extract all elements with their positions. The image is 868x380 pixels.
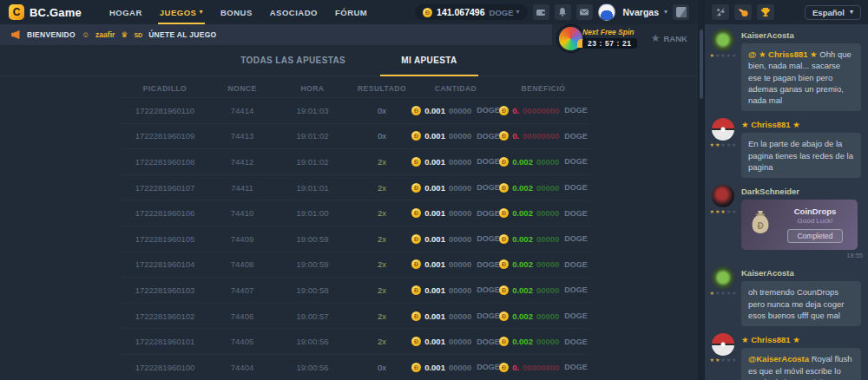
table-row[interactable]: 17222819601007440419:00:560xĐ0.00100000D…: [122, 354, 590, 380]
user-menu-caret-icon[interactable]: ▾: [664, 9, 667, 16]
mention-link[interactable]: @ ★ Chriss881 ★: [748, 49, 819, 59]
message-bubble[interactable]: @KaiserAcosta Royal flush es que el móvi…: [741, 348, 861, 380]
coindrops-completed-button[interactable]: Completed: [787, 229, 842, 243]
coin-rain-button[interactable]: [712, 4, 729, 20]
bc-game-logo-icon: C: [9, 4, 24, 20]
currency-label: DOGE: [564, 106, 588, 115]
tab-my-bets[interactable]: MI APUESTA: [396, 56, 463, 75]
message-bubble[interactable]: @ ★ Chriss881 ★ Ohh que bien, nada mal..…: [741, 43, 861, 111]
language-selector[interactable]: Español ▾: [805, 5, 861, 20]
table-row[interactable]: 17222819601017440519:00:562xĐ0.00100000D…: [122, 328, 590, 354]
value-trailing: 00000: [449, 311, 471, 321]
mention-link[interactable]: @KaiserAcosta: [748, 354, 812, 364]
fireball-button[interactable]: [734, 4, 752, 20]
doge-coin-icon: Đ: [499, 234, 509, 244]
nav-item-asociado[interactable]: ASOCIADO: [270, 0, 318, 24]
avatar[interactable]: [712, 333, 734, 356]
value-trailing: 00000: [449, 337, 471, 346]
wallet-button[interactable]: [533, 4, 549, 20]
tab-all-bets[interactable]: TODAS LAS APUESTAS: [235, 56, 351, 75]
announcement-bar[interactable]: BIENVENIDO ☺ zaafir ♛ SD ÚNETE AL JUEGO: [0, 24, 552, 45]
balance-currency: DOGE▾: [490, 8, 520, 17]
result-cell: 0x: [349, 131, 415, 141]
table-row[interactable]: 17222819601027440619:00:572xĐ0.00100000D…: [122, 303, 590, 329]
chat-toggle-button[interactable]: [673, 4, 689, 20]
nav-item-fórum[interactable]: FÓRUM: [335, 0, 367, 24]
value-trailing: 00000: [449, 363, 471, 372]
result-cell: 2x: [349, 259, 415, 269]
profit-cell: Đ0.00200000DOGE: [496, 285, 590, 295]
message-username[interactable]: DarkSchneider: [741, 187, 799, 196]
value-significant: 0.002: [512, 208, 533, 218]
level-star-icon: ★: [710, 291, 714, 296]
level-star-icon: ★: [710, 53, 714, 58]
value-significant: 0.002: [512, 337, 533, 346]
table-row[interactable]: 17222819601067441019:01:002xĐ0.00100000D…: [122, 200, 590, 226]
value-trailing: 00000: [536, 157, 559, 167]
bc-game-logo[interactable]: C BC.Game: [9, 4, 82, 20]
result-cell: 2x: [349, 311, 415, 321]
doge-coin-icon: Đ: [499, 337, 509, 346]
trophy-button[interactable]: [757, 4, 774, 20]
table-row[interactable]: 17222819601047440819:00:592xĐ0.00100000D…: [122, 252, 590, 278]
coindrops-card[interactable]: ĐCoinDropsGood Luck!Completed: [741, 200, 858, 250]
announcement-username: zaafir: [95, 30, 115, 39]
user-avatar[interactable]: [598, 3, 615, 21]
table-row[interactable]: 17222819601097441319:01:020xĐ0.00100000D…: [122, 123, 590, 149]
notifications-button[interactable]: [555, 4, 571, 20]
doge-coin-icon: Đ: [499, 106, 509, 115]
value-trailing: 00000: [449, 259, 471, 269]
nonce-cell: 74408: [208, 259, 276, 269]
message-username[interactable]: ★ Chriss881 ★: [741, 335, 800, 344]
value-trailing: 00000000: [523, 363, 559, 372]
table-row[interactable]: 17222819601077441119:01:012xĐ0.00100000D…: [122, 174, 590, 200]
value-significant: 0.: [512, 131, 519, 141]
user-name[interactable]: Nvargas: [623, 7, 659, 17]
profit-cell: Đ0.00200000DOGE: [496, 311, 590, 321]
coindrops-title: CoinDrops: [794, 206, 837, 216]
value-trailing: 00000: [536, 285, 559, 295]
nav-item-juegos[interactable]: JUEGOS▾: [160, 0, 203, 24]
message-username[interactable]: ★ Chriss881 ★: [741, 120, 800, 129]
level-star-icon: ★: [715, 209, 720, 214]
message-username[interactable]: KaiserAcosta: [741, 268, 794, 278]
amount-cell: Đ0.00100000DOGE: [415, 234, 496, 244]
avatar[interactable]: [712, 266, 734, 289]
nav-item-hogar[interactable]: HOGAR: [109, 0, 142, 24]
free-spin-label: Next Free Spin: [582, 28, 637, 36]
message-bubble[interactable]: En la parte de abajo de la pagina tienes…: [741, 133, 861, 178]
chat-scrollbar[interactable]: [700, 29, 703, 99]
value-trailing: 00000: [449, 285, 471, 295]
nav-item-bonus[interactable]: BONUS: [220, 0, 253, 24]
balance-selector[interactable]: Đ 141.067496 DOGE▾: [415, 4, 527, 20]
avatar[interactable]: [712, 185, 734, 207]
result-cell: 2x: [349, 285, 415, 295]
trophy-icon: [760, 7, 771, 17]
rank-star-icon: ★: [651, 33, 661, 43]
value-trailing: 00000: [449, 234, 471, 244]
avatar[interactable]: [712, 29, 734, 51]
table-row[interactable]: 17222819601057440919:00:592xĐ0.00100000D…: [122, 226, 590, 252]
table-row[interactable]: 17222819601087441219:01:022xĐ0.00100000D…: [122, 148, 590, 174]
nonce-cell: 74412: [208, 157, 276, 167]
value-significant: 0.001: [424, 157, 445, 167]
table-row[interactable]: 17222819601107441419:01:030xĐ0.00100000D…: [122, 97, 590, 123]
currency-label: DOGE: [564, 132, 588, 141]
rank-link[interactable]: ★ RANK: [651, 33, 687, 43]
avatar[interactable]: [712, 118, 734, 141]
level-star-icon: ★: [727, 209, 731, 214]
user-level-stars: ★★★★★: [710, 291, 737, 296]
messages-button[interactable]: [576, 4, 593, 20]
message-username[interactable]: KaiserAcosta: [741, 30, 794, 40]
time-cell: 19:00:59: [276, 234, 349, 244]
profit-cell: Đ0.00200000DOGE: [496, 208, 590, 218]
table-row[interactable]: 17222819601037440719:00:582xĐ0.00100000D…: [122, 277, 590, 303]
doge-coin-icon: Đ: [411, 363, 421, 372]
value-trailing: 00000: [449, 208, 471, 218]
column-header: PICADILLO: [122, 76, 208, 93]
currency-label: DOGE: [564, 183, 588, 192]
doge-coin-icon: Đ: [499, 157, 509, 167]
time-cell: 19:01:01: [276, 183, 349, 193]
level-star-icon: ★: [727, 291, 731, 296]
message-bubble[interactable]: oh tremendo CounDrops pero nunca me deja…: [741, 281, 861, 326]
